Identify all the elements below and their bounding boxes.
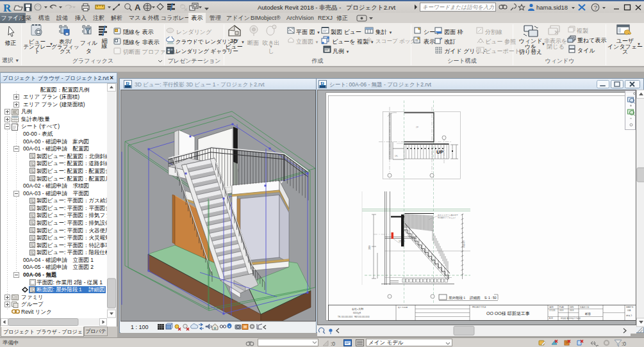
svg-text::0: :0 (331, 341, 335, 347)
svg-text:2018: 2018 (570, 309, 574, 312)
svg-text:屋外階段１ 詳細図: 屋外階段１ 詳細図 (449, 296, 481, 300)
svg-text:2017/12/08 17:1: 2017/12/08 17:1 (616, 321, 627, 322)
svg-text:2F: 2F (416, 126, 418, 129)
svg-text:R: R (320, 81, 325, 87)
svg-text:溶融亜鉛メッキ仕上げ: 溶融亜鉛メッキ仕上げ (437, 216, 456, 219)
svg-text:OO OO様 邸新築工事: OO OO様 邸新築工事 (486, 311, 530, 316)
svg-text:?: ? (594, 4, 597, 11)
svg-text:PROJECT TITLE: PROJECT TITLE (472, 306, 486, 309)
svg-text:改訂 記事欄: 改訂 記事欄 (398, 306, 408, 309)
svg-text:A: A (135, 3, 141, 12)
svg-text:845X区R: 845X区R (353, 312, 361, 314)
svg-text:縮尺 1:: 縮尺 1: (625, 314, 632, 317)
svg-text:2850: 2850 (368, 245, 371, 250)
svg-text::0: :0 (622, 341, 626, 347)
svg-text:13@219: 13@219 (463, 240, 465, 248)
svg-text:断面図:屋外階段1 詳細図: 断面図:屋外階段1 詳細図 (561, 317, 581, 319)
svg-text:断面: 断面 (585, 312, 591, 316)
svg-text:1FL: 1FL (395, 155, 399, 157)
svg-text:1 : 100: 1 : 100 (131, 324, 149, 330)
svg-text:TEL 000-000-0000 FAX 000-000-0: TEL 000-000-0000 FAX 000-000-0000 (338, 316, 370, 318)
svg-text:会社+太郎: 会社+太郎 (352, 307, 363, 311)
svg-text:PLAN: PLAN (559, 306, 564, 309)
svg-text:17/12/8: 17/12/8 (549, 309, 556, 312)
svg-text:2018: 2018 (559, 309, 564, 312)
svg-text:UP: UP (436, 149, 444, 155)
svg-text:R: R (126, 81, 130, 87)
svg-text:SHEET N: SHEET N (626, 306, 633, 309)
svg-text:SCALE 1:50: SCALE 1:50 (580, 306, 590, 309)
svg-text:DWN: DWN (570, 306, 574, 309)
svg-text:00A: 00A (627, 309, 631, 312)
svg-text:DATE: DATE (549, 306, 554, 309)
svg-text:hama.sid18: hama.sid18 (536, 4, 568, 11)
svg-text:S: 1 : 50: S: 1 : 50 (484, 296, 497, 300)
svg-text:A-06: A-06 (549, 317, 553, 319)
